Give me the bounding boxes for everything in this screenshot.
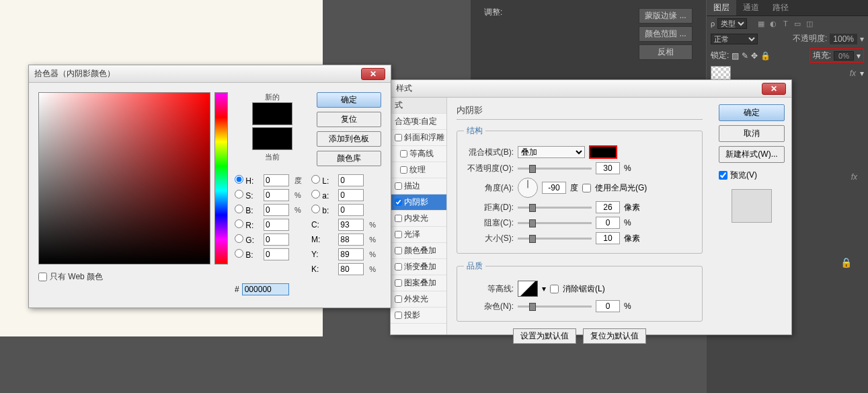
fill-dropdown-icon[interactable]: ▾: [857, 51, 861, 61]
lock-position-icon[interactable]: ✥: [751, 51, 758, 61]
stroke-checkbox[interactable]: [395, 182, 402, 190]
opacity-dropdown-icon[interactable]: ▾: [860, 34, 864, 44]
filter-text-icon[interactable]: T: [781, 19, 790, 28]
b2-radio[interactable]: [235, 249, 243, 258]
m-input[interactable]: [338, 234, 364, 246]
inner-glow-checkbox[interactable]: [395, 215, 402, 222]
drop-shadow-item[interactable]: 投影: [391, 308, 446, 324]
filter-shape-icon[interactable]: ▭: [793, 19, 802, 28]
blend-mode-select[interactable]: 正常: [711, 34, 758, 44]
tab-paths[interactable]: 路径: [766, 0, 795, 15]
layer-style-titlebar[interactable]: 样式 ✕: [391, 80, 791, 98]
b-input[interactable]: [264, 204, 289, 216]
choke-slider[interactable]: [518, 222, 592, 224]
size-input[interactable]: [596, 232, 620, 244]
lb-radio[interactable]: [311, 205, 320, 213]
outer-glow-item[interactable]: 外发光: [391, 291, 446, 308]
cancel-button[interactable]: 取消: [719, 125, 785, 142]
invert-button[interactable]: 反相: [639, 44, 693, 60]
b2-input[interactable]: [264, 248, 289, 260]
outer-glow-checkbox[interactable]: [395, 295, 402, 303]
lock-paint-icon[interactable]: ✎: [742, 51, 748, 61]
opacity-input[interactable]: [596, 162, 620, 174]
drop-shadow-checkbox[interactable]: [395, 312, 402, 319]
noise-input[interactable]: [596, 300, 620, 312]
c-input[interactable]: [338, 219, 364, 231]
angle-dial[interactable]: [518, 178, 538, 198]
bevel-emboss-item[interactable]: 斜面和浮雕: [391, 130, 446, 146]
filter-smart-icon[interactable]: ◫: [805, 19, 814, 28]
a-radio[interactable]: [311, 190, 320, 199]
filter-type-select[interactable]: 类型: [717, 18, 747, 29]
opacity-value[interactable]: 100%: [830, 34, 857, 44]
contour-picker[interactable]: [518, 281, 538, 297]
h-input[interactable]: [264, 174, 289, 186]
filter-pixel-icon[interactable]: ▦: [756, 19, 766, 28]
tab-channels[interactable]: 通道: [736, 0, 766, 15]
color-overlay-checkbox[interactable]: [395, 247, 402, 254]
contour-sub-item[interactable]: 等高线: [391, 146, 446, 162]
fill-opacity-control[interactable]: 填充: ▾: [810, 48, 864, 63]
lock-all-icon[interactable]: 🔒: [760, 51, 771, 61]
hue-slider[interactable]: [214, 92, 228, 264]
y-input[interactable]: [338, 248, 364, 260]
texture-sub-item[interactable]: 纹理: [391, 162, 446, 178]
inner-shadow-checkbox[interactable]: [395, 199, 402, 206]
ok-button[interactable]: 确定: [317, 92, 381, 108]
contour-dropdown-icon[interactable]: ▾: [542, 284, 546, 293]
color-picker-titlebar[interactable]: 拾色器（内阴影颜色） ✕: [29, 65, 391, 83]
web-colors-only-checkbox[interactable]: [38, 273, 47, 281]
color-range-button[interactable]: 颜色范围 ...: [639, 26, 693, 42]
choke-input[interactable]: [596, 217, 620, 229]
g-input[interactable]: [264, 234, 289, 246]
satin-item[interactable]: 光泽: [391, 227, 446, 243]
satin-checkbox[interactable]: [395, 231, 402, 238]
gradient-overlay-checkbox[interactable]: [395, 263, 402, 271]
distance-slider[interactable]: [518, 207, 592, 209]
make-default-button[interactable]: 设置为默认值: [513, 328, 576, 344]
layer-thumbnail[interactable]: [711, 66, 731, 81]
pattern-overlay-checkbox[interactable]: [395, 279, 402, 287]
contour-checkbox[interactable]: [400, 150, 407, 157]
lock-transparency-icon[interactable]: ▨: [732, 51, 739, 61]
mask-edge-button[interactable]: 蒙版边缘 ...: [639, 8, 693, 24]
b-radio[interactable]: [235, 205, 243, 213]
filter-adjust-icon[interactable]: ◐: [768, 19, 778, 28]
layer-fx-expand-icon[interactable]: ▾: [860, 69, 864, 78]
inner-shadow-item[interactable]: 内阴影: [391, 194, 446, 211]
texture-checkbox[interactable]: [400, 166, 407, 174]
stroke-item[interactable]: 描边: [391, 178, 446, 194]
color-saturation-brightness-field[interactable]: [38, 92, 210, 264]
s-radio[interactable]: [235, 190, 243, 199]
reset-button[interactable]: 复位: [317, 112, 381, 127]
close-button[interactable]: ✕: [361, 68, 385, 80]
gradient-overlay-item[interactable]: 渐变叠加: [391, 259, 446, 275]
ok-button[interactable]: 确定: [719, 104, 785, 121]
noise-slider[interactable]: [518, 306, 592, 308]
styles-header[interactable]: 式: [391, 98, 446, 114]
blend-mode-dropdown[interactable]: 叠加: [518, 146, 585, 158]
l-radio[interactable]: [311, 175, 320, 184]
bevel-checkbox[interactable]: [395, 134, 402, 141]
antialias-checkbox[interactable]: [550, 285, 559, 293]
new-style-button[interactable]: 新建样式(W)...: [719, 146, 785, 163]
r-input[interactable]: [264, 219, 289, 231]
preview-checkbox[interactable]: [719, 171, 727, 180]
blending-options-item[interactable]: 合选项:自定: [391, 114, 446, 130]
close-button[interactable]: ✕: [762, 83, 786, 95]
shadow-color-chip[interactable]: [589, 145, 617, 159]
s-input[interactable]: [264, 189, 289, 201]
pattern-overlay-item[interactable]: 图案叠加: [391, 275, 446, 291]
l-input[interactable]: [338, 174, 364, 186]
opacity-slider[interactable]: [518, 168, 592, 170]
angle-input[interactable]: [542, 182, 566, 194]
reset-default-button[interactable]: 复位为默认值: [583, 328, 646, 344]
k-input[interactable]: [338, 263, 364, 275]
g-radio[interactable]: [235, 234, 243, 243]
distance-input[interactable]: [596, 201, 620, 213]
global-light-checkbox[interactable]: [582, 184, 591, 192]
layer-fx-badge[interactable]: fx: [850, 69, 860, 78]
add-swatch-button[interactable]: 添加到色板: [317, 131, 381, 147]
hex-input[interactable]: [242, 283, 289, 295]
h-radio[interactable]: [235, 175, 243, 184]
